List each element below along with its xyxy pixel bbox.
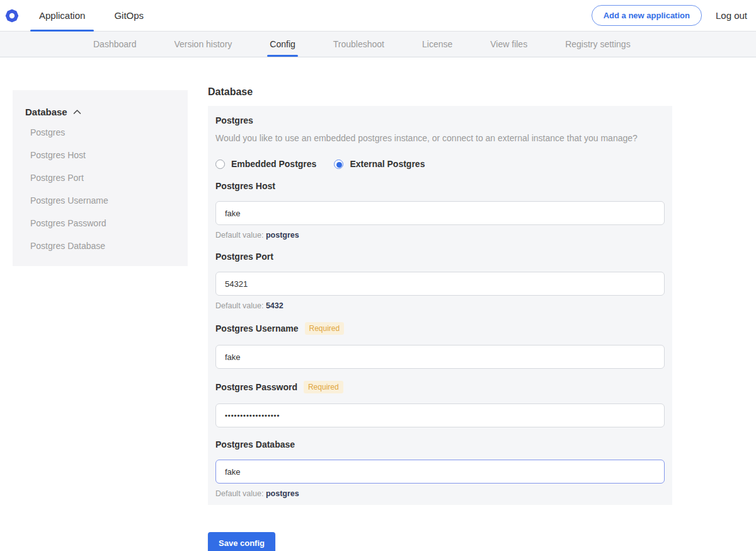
postgres-group: Postgres Would you like to use an embedd…	[215, 115, 665, 169]
topbar-tabs: ApplicationGitOps	[30, 0, 152, 32]
required-badge: Required	[305, 322, 345, 335]
default-hint-label: Default value:	[215, 489, 263, 498]
config-main: Database Postgres Would you like to use …	[208, 90, 672, 551]
default-hint-label: Default value:	[215, 301, 263, 310]
subnav-item-version-history[interactable]: Version history	[175, 32, 232, 57]
default-hint-label: Default value:	[215, 231, 263, 240]
add-application-button[interactable]: Add a new application	[592, 5, 702, 26]
subnav-item-view-files[interactable]: View files	[490, 32, 527, 57]
subnav: DashboardVersion historyConfigTroublesho…	[0, 32, 756, 57]
field-label: Postgres Host	[215, 181, 275, 191]
sidebar-group-database[interactable]: Database	[13, 107, 188, 121]
field-postgres-port: Postgres Port Default value: 5432	[215, 252, 665, 310]
default-value-hint: Default value: postgres	[215, 231, 665, 240]
sidebar-item-postgres-database[interactable]: Postgres Database	[13, 235, 188, 257]
subnav-item-config[interactable]: Config	[270, 32, 295, 57]
radio-label: Embedded Postgres	[231, 159, 316, 169]
postgres-port-input[interactable]	[215, 272, 665, 296]
sidebar-group-label: Database	[25, 107, 67, 117]
field-label: Postgres Password	[215, 382, 297, 392]
subnav-item-registry-settings[interactable]: Registry settings	[565, 32, 630, 57]
sidebar-item-postgres-username[interactable]: Postgres Username	[13, 189, 188, 212]
radio-circle-icon	[334, 160, 343, 169]
content-area: Database PostgresPostgres HostPostgres P…	[0, 57, 756, 551]
config-sidebar: Database PostgresPostgres HostPostgres P…	[13, 90, 188, 266]
postgres-password-input[interactable]	[215, 403, 665, 427]
radio-circle-icon	[215, 160, 225, 169]
subnav-item-license[interactable]: License	[422, 32, 452, 57]
field-postgres-database: Postgres Database Default value: postgre…	[215, 439, 665, 498]
sidebar-item-postgres-port[interactable]: Postgres Port	[13, 166, 188, 189]
postgres-group-help: Would you like to use an embedded postgr…	[215, 133, 665, 143]
tab-application[interactable]: Application	[30, 0, 94, 32]
field-label: Postgres Username	[215, 323, 299, 334]
field-postgres-host: Postgres Host Default value: postgres	[215, 181, 665, 240]
default-hint-value: 5432	[266, 301, 284, 310]
subnav-item-troubleshoot[interactable]: Troubleshoot	[333, 32, 384, 57]
sidebar-items: PostgresPostgres HostPostgres PortPostgr…	[13, 121, 188, 257]
topbar: ApplicationGitOps Add a new application …	[0, 0, 756, 32]
chevron-up-icon	[73, 109, 81, 115]
app-logo-icon[interactable]	[5, 9, 19, 23]
field-label: Postgres Database	[215, 439, 295, 450]
postgres-group-label: Postgres	[215, 115, 665, 125]
postgres-radio-group: Embedded Postgres External Postgres	[215, 159, 665, 169]
sidebar-item-postgres-host[interactable]: Postgres Host	[13, 144, 188, 166]
subnav-item-dashboard[interactable]: Dashboard	[93, 32, 137, 57]
sidebar-item-postgres[interactable]: Postgres	[13, 121, 188, 144]
radio-external-postgres[interactable]: External Postgres	[334, 159, 425, 169]
field-postgres-password: Postgres Password Required	[215, 381, 665, 427]
field-postgres-username: Postgres Username Required	[215, 322, 665, 369]
field-label: Postgres Port	[215, 252, 273, 262]
radio-embedded-postgres[interactable]: Embedded Postgres	[215, 159, 316, 169]
required-badge: Required	[304, 381, 343, 393]
tab-gitops[interactable]: GitOps	[105, 0, 152, 32]
postgres-username-input[interactable]	[215, 345, 665, 369]
default-value-hint: Default value: postgres	[215, 489, 665, 498]
radio-label: External Postgres	[350, 159, 425, 169]
config-panel: Postgres Would you like to use an embedd…	[208, 106, 672, 505]
default-hint-value: postgres	[266, 231, 299, 240]
logout-button[interactable]: Log out	[716, 10, 747, 21]
postgres-host-input[interactable]	[215, 201, 665, 225]
default-hint-value: postgres	[266, 489, 299, 498]
sidebar-item-postgres-password[interactable]: Postgres Password	[13, 212, 188, 235]
postgres-database-input[interactable]	[215, 460, 665, 484]
save-config-button[interactable]: Save config	[208, 532, 275, 551]
default-value-hint: Default value: 5432	[215, 301, 665, 310]
page-title: Database	[208, 86, 672, 98]
